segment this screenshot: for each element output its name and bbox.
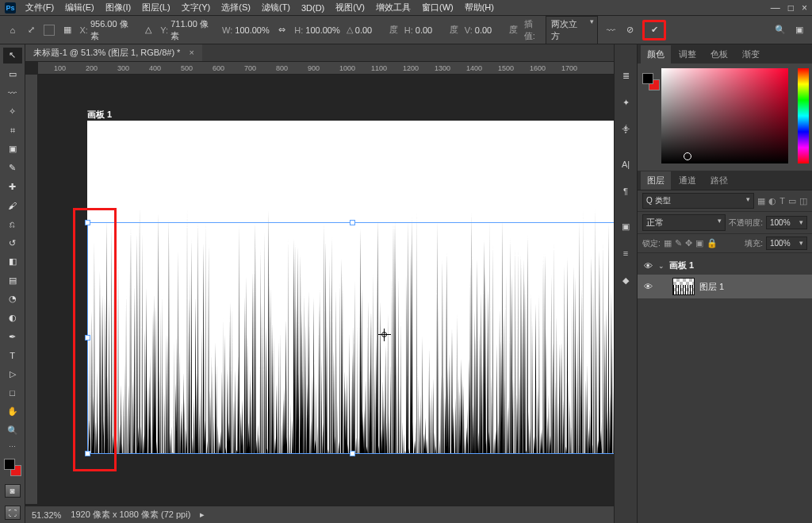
window-close[interactable]: × (802, 2, 807, 13)
tool-history-brush[interactable]: ↺ (3, 235, 22, 251)
tool-frame[interactable]: ▣ (3, 141, 22, 157)
document-tab[interactable]: 未标题-1 @ 51.3% (图层 1, RGB/8#) * × (25, 44, 202, 61)
y-value[interactable]: 711.00 像素 (170, 18, 216, 42)
lock-pixel-icon[interactable]: ✎ (675, 238, 682, 248)
panel-foreground[interactable] (642, 73, 653, 84)
color-field[interactable] (661, 68, 788, 163)
tool-hand[interactable]: ✋ (3, 404, 22, 420)
libraries-panel-icon[interactable]: ▣ (619, 219, 633, 233)
menu-plugins[interactable]: 增效工具 (371, 0, 416, 15)
tool-rect-marquee[interactable]: ▭ (3, 67, 22, 83)
visibility-eye-icon[interactable]: 👁 (642, 282, 653, 291)
tool-zoom[interactable]: 🔍 (3, 423, 22, 439)
cancel-transform-icon[interactable]: ⊘ (623, 24, 636, 37)
reference-grid-icon[interactable]: ▦ (61, 24, 74, 37)
tool-gradient[interactable]: ▤ (3, 273, 22, 289)
foreground-color[interactable] (4, 459, 15, 470)
triangle-icon[interactable]: △ (142, 24, 155, 37)
tool-spot-heal[interactable]: ✚ (3, 179, 22, 194)
visibility-eye-icon[interactable]: 👁 (642, 261, 653, 271)
filter-type-icon[interactable]: T (779, 196, 785, 206)
tab-color[interactable]: 颜色 (641, 45, 671, 63)
character-panel-icon[interactable]: A| (619, 157, 633, 171)
handle-tm[interactable] (350, 220, 355, 225)
layer-filter-icons[interactable]: ▦◐T▭◫ (757, 196, 807, 206)
close-tab-icon[interactable]: × (189, 48, 193, 57)
menu-layer[interactable]: 图层(L) (137, 0, 174, 15)
filter-adjust-icon[interactable]: ◐ (768, 196, 776, 206)
status-docinfo[interactable]: 1920 像素 x 1080 像素 (72 ppi) (71, 509, 190, 521)
menu-window[interactable]: 窗口(W) (417, 0, 458, 15)
tab-swatches[interactable]: 色板 (704, 45, 734, 63)
search-icon[interactable]: 🔍 (774, 24, 787, 37)
menu-view[interactable]: 视图(V) (331, 0, 370, 15)
ruler-horizontal[interactable]: 1002003004005006007008009001000110012001… (38, 62, 614, 75)
menu-file[interactable]: 文件(F) (21, 0, 59, 15)
lock-artboard-icon[interactable]: ▣ (695, 238, 703, 248)
tool-eraser[interactable]: ◧ (3, 254, 22, 270)
tool-path-select[interactable]: ▷ (3, 367, 22, 383)
h-value[interactable]: 100.00% (305, 25, 339, 35)
tab-channels[interactable]: 通道 (672, 171, 703, 190)
ruler-vertical[interactable] (25, 75, 38, 504)
tool-dodge[interactable]: ◐ (3, 310, 22, 326)
artboard-layer-item[interactable]: 👁 ⌄ 画板 1 (638, 256, 812, 275)
tab-gradient[interactable]: 渐变 (736, 45, 766, 63)
color-swatches[interactable] (4, 459, 21, 476)
panel-swatches[interactable] (642, 73, 660, 90)
tool-brush[interactable]: 🖌 (3, 198, 22, 213)
menu-3d[interactable]: 3D(D) (297, 2, 329, 14)
home-icon[interactable]: ⌂ (6, 24, 19, 37)
status-zoom[interactable]: 51.32% (32, 510, 61, 520)
fill-value[interactable]: 100% (766, 237, 807, 250)
filter-smart-icon[interactable]: ◫ (799, 196, 807, 206)
history-panel-icon[interactable]: ≣ (619, 68, 633, 83)
workspace-icon[interactable]: ▣ (793, 24, 806, 37)
tool-lasso[interactable]: 〰 (3, 85, 22, 101)
vskew-value[interactable]: 0.00 (475, 25, 507, 35)
tool-magic-wand[interactable]: ✧ (3, 104, 22, 120)
commit-transform-icon[interactable]: ✔ (648, 24, 661, 37)
link-icon[interactable]: ⇔ (276, 24, 289, 37)
filter-pixel-icon[interactable]: ▦ (757, 196, 765, 206)
tab-paths[interactable]: 路径 (704, 171, 734, 190)
screen-mode-icon[interactable]: ⛶ (5, 506, 21, 520)
tool-pen[interactable]: ✒ (3, 329, 22, 344)
menu-edit[interactable]: 编辑(E) (60, 0, 99, 15)
tool-blur[interactable]: ◔ (3, 291, 22, 307)
hskew-value[interactable]: 0.00 (416, 25, 447, 35)
window-minimize[interactable]: — (771, 2, 780, 13)
transform-bounding-box[interactable] (87, 222, 614, 454)
lock-all-icon[interactable]: 🔒 (707, 238, 718, 248)
warp-icon[interactable]: 〰 (604, 24, 617, 37)
hue-slider[interactable] (798, 68, 809, 163)
angle-value[interactable]: 0.00 (355, 25, 387, 35)
artboard-label[interactable]: 画板 1 (87, 109, 112, 121)
layer-filter-type[interactable]: Q 类型 (642, 193, 754, 209)
layer-thumbnail[interactable] (672, 278, 695, 295)
actions-panel-icon[interactable]: ≡ (619, 246, 633, 260)
filter-shape-icon[interactable]: ▭ (788, 196, 796, 206)
opacity-value[interactable]: 100% (766, 216, 807, 229)
paragraph-panel-icon[interactable]: ¶ (619, 184, 633, 198)
styles-panel-icon[interactable]: ◆ (619, 273, 633, 287)
menu-filter[interactable]: 滤镜(T) (257, 0, 295, 15)
handle-bm[interactable] (350, 451, 355, 456)
tool-rectangle[interactable]: □ (3, 385, 22, 401)
transform-pivot-icon[interactable] (378, 329, 391, 341)
w-value[interactable]: 100.00% (235, 25, 269, 35)
lock-icons[interactable]: ▦✎✥▣🔒 (664, 238, 718, 248)
layer-item[interactable]: 👁 图层 1 (638, 275, 812, 298)
menu-select[interactable]: 选择(S) (216, 0, 255, 15)
menu-type[interactable]: 文字(Y) (177, 0, 216, 15)
tool-eyedropper[interactable]: ✎ (3, 160, 22, 176)
interpolation-dropdown[interactable]: 两次立方 (546, 16, 598, 44)
tool-more[interactable]: ⋯ (9, 443, 17, 451)
canvas[interactable]: 画板 1 (38, 75, 614, 504)
brushes-panel-icon[interactable]: ⸎ (619, 122, 633, 137)
menu-image[interactable]: 图像(I) (101, 0, 136, 15)
properties-panel-icon[interactable]: ✦ (619, 95, 633, 110)
menu-help[interactable]: 帮助(H) (460, 0, 499, 15)
tool-crop[interactable]: ⌗ (3, 123, 22, 139)
tab-layers[interactable]: 图层 (641, 171, 671, 190)
